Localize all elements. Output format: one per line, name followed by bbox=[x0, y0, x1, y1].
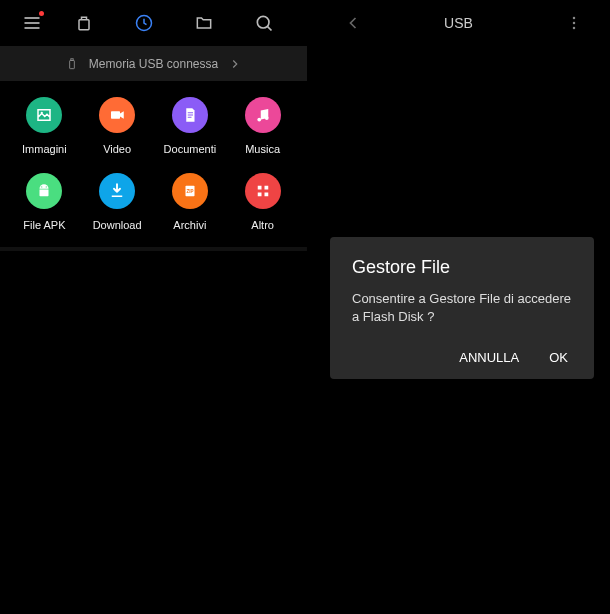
svg-point-23 bbox=[573, 27, 576, 30]
svg-line-6 bbox=[267, 26, 271, 30]
svg-rect-8 bbox=[71, 58, 73, 60]
page-title: USB bbox=[444, 15, 473, 31]
category-altro[interactable]: Altro bbox=[226, 173, 299, 231]
svg-point-13 bbox=[42, 186, 43, 187]
dialog-message: Consentire a Gestore File di accedere a … bbox=[352, 290, 572, 326]
notification-dot bbox=[39, 11, 44, 16]
svg-rect-10 bbox=[111, 111, 120, 119]
document-icon bbox=[172, 97, 208, 133]
category-immagini[interactable]: Immagini bbox=[8, 97, 81, 155]
svg-text:ZIP: ZIP bbox=[186, 189, 193, 194]
menu-button[interactable] bbox=[10, 1, 54, 45]
ok-button[interactable]: OK bbox=[549, 350, 568, 365]
category-video[interactable]: Video bbox=[81, 97, 154, 155]
svg-rect-20 bbox=[264, 193, 268, 197]
download-icon bbox=[99, 173, 135, 209]
svg-point-22 bbox=[573, 22, 576, 25]
category-musica[interactable]: Musica bbox=[226, 97, 299, 155]
category-label: Musica bbox=[245, 143, 280, 155]
svg-point-14 bbox=[46, 186, 47, 187]
android-icon bbox=[26, 173, 62, 209]
category-label: File APK bbox=[23, 219, 65, 231]
divider bbox=[0, 247, 307, 251]
svg-point-12 bbox=[265, 116, 269, 120]
video-icon bbox=[99, 97, 135, 133]
banner-text: Memoria USB connessa bbox=[89, 57, 218, 71]
svg-point-11 bbox=[257, 118, 261, 122]
search-icon[interactable] bbox=[234, 1, 294, 45]
folder-icon[interactable] bbox=[174, 1, 234, 45]
usb-icon bbox=[65, 57, 79, 71]
category-documenti[interactable]: Documenti bbox=[154, 97, 227, 155]
left-pane: Memoria USB connessa Immagini Video bbox=[0, 0, 307, 614]
cancel-button[interactable]: ANNULLA bbox=[459, 350, 519, 365]
svg-rect-19 bbox=[257, 193, 261, 197]
svg-rect-17 bbox=[257, 186, 261, 190]
category-download[interactable]: Download bbox=[81, 173, 154, 231]
storage-icon[interactable] bbox=[54, 1, 114, 45]
usb-banner[interactable]: Memoria USB connessa bbox=[0, 46, 307, 81]
grid-icon bbox=[245, 173, 281, 209]
category-archivi[interactable]: ZIP Archivi bbox=[154, 173, 227, 231]
right-top-bar: USB bbox=[307, 0, 610, 46]
zip-icon: ZIP bbox=[172, 173, 208, 209]
svg-rect-18 bbox=[264, 186, 268, 190]
category-label: Download bbox=[93, 219, 142, 231]
category-label: Archivi bbox=[173, 219, 206, 231]
image-icon bbox=[26, 97, 62, 133]
category-label: Altro bbox=[251, 219, 274, 231]
back-button[interactable] bbox=[331, 1, 375, 45]
left-top-bar bbox=[0, 0, 307, 46]
category-label: Documenti bbox=[164, 143, 217, 155]
chevron-right-icon bbox=[228, 57, 242, 71]
category-label: Video bbox=[103, 143, 131, 155]
category-apk[interactable]: File APK bbox=[8, 173, 81, 231]
svg-rect-3 bbox=[79, 20, 89, 30]
more-button[interactable] bbox=[552, 1, 596, 45]
category-grid: Immagini Video Documenti Musica bbox=[0, 81, 307, 247]
permission-dialog: Gestore File Consentire a Gestore File d… bbox=[330, 237, 594, 379]
dialog-actions: ANNULLA OK bbox=[352, 350, 572, 365]
svg-point-9 bbox=[41, 112, 43, 114]
category-label: Immagini bbox=[22, 143, 67, 155]
dialog-title: Gestore File bbox=[352, 257, 572, 278]
svg-rect-7 bbox=[69, 60, 74, 68]
svg-point-5 bbox=[257, 16, 269, 28]
music-icon bbox=[245, 97, 281, 133]
recent-icon[interactable] bbox=[114, 1, 174, 45]
svg-point-21 bbox=[573, 17, 576, 20]
